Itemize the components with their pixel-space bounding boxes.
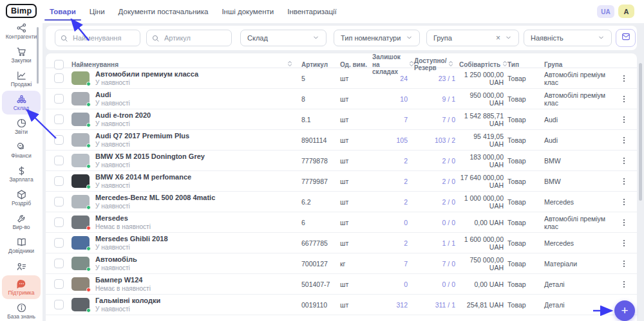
row-checkbox[interactable] bbox=[54, 94, 64, 104]
row-checkbox[interactable] bbox=[54, 217, 64, 227]
column-header-stock[interactable]: Залишок на складах bbox=[372, 53, 414, 76]
sidebar-item-retail[interactable]: Роздріб bbox=[2, 186, 41, 210]
stock-link[interactable]: 2 bbox=[372, 198, 414, 206]
row-menu-kebab-icon[interactable] bbox=[620, 259, 629, 268]
table-scrollbar[interactable] bbox=[639, 63, 642, 201]
available-link[interactable]: 9 / 1 bbox=[414, 95, 459, 103]
available-link[interactable]: 1 / 1 bbox=[414, 239, 459, 247]
row-checkbox[interactable] bbox=[54, 73, 64, 83]
row-menu-kebab-icon[interactable] bbox=[620, 280, 629, 289]
product-name[interactable]: Audi bbox=[95, 91, 130, 98]
language-badge[interactable]: UA bbox=[597, 5, 614, 18]
add-product-button[interactable]: + bbox=[614, 300, 635, 321]
row-checkbox[interactable] bbox=[54, 279, 64, 289]
row-checkbox[interactable] bbox=[54, 197, 64, 206]
tab-inventories[interactable]: Інвентаризації bbox=[286, 0, 338, 23]
app-logo[interactable]: Bimp bbox=[6, 4, 37, 18]
sidebar-item-production[interactable]: Вир-во bbox=[2, 210, 41, 234]
row-menu-kebab-icon[interactable] bbox=[620, 136, 629, 145]
product-name[interactable]: Mersedes Ghibli 2018 bbox=[95, 235, 168, 243]
nomenclature-type-select[interactable]: Тип номенклатури bbox=[334, 30, 420, 46]
tab-prices[interactable]: Ціни bbox=[88, 0, 106, 23]
sort-icon[interactable] bbox=[448, 60, 453, 69]
sidebar-item-support[interactable]: Підтримка bbox=[2, 275, 41, 299]
row-menu-kebab-icon[interactable] bbox=[620, 197, 629, 206]
row-checkbox[interactable] bbox=[54, 135, 64, 145]
available-link[interactable]: 311 / 1 bbox=[414, 301, 459, 309]
stock-link[interactable]: 0 bbox=[372, 280, 414, 288]
tab-supplier-documents[interactable]: Документи постачальника bbox=[117, 0, 210, 23]
row-menu-kebab-icon[interactable] bbox=[620, 177, 629, 186]
row-checkbox[interactable] bbox=[54, 156, 64, 165]
product-name[interactable]: BMW X6 2014 M perfomance bbox=[95, 173, 191, 181]
sidebar-item-warehouse[interactable]: Склад bbox=[2, 91, 41, 115]
product-name[interactable]: Гальмівні колодки bbox=[95, 297, 160, 304]
sidebar-item-sales[interactable]: Продажі bbox=[2, 67, 41, 91]
available-link[interactable]: 0 / 0 bbox=[414, 219, 459, 226]
archive-button[interactable] bbox=[616, 29, 636, 47]
column-header-name[interactable]: Найменування bbox=[71, 60, 301, 69]
row-checkbox[interactable] bbox=[54, 259, 64, 268]
stock-link[interactable]: 10 bbox=[372, 95, 414, 103]
product-name[interactable]: Автомобіль bbox=[95, 255, 137, 263]
stock-link[interactable]: 2 bbox=[372, 157, 414, 165]
product-name[interactable]: Бампер W124 bbox=[95, 276, 151, 284]
avatar[interactable]: A bbox=[618, 5, 634, 18]
available-link[interactable]: 23 / 1 bbox=[414, 75, 459, 82]
column-header-available[interactable]: Доступно/Резерв bbox=[414, 57, 459, 72]
availability-select[interactable]: Наявність bbox=[524, 30, 612, 46]
group-select[interactable]: Група × bbox=[426, 30, 519, 46]
stock-link[interactable]: 312 bbox=[372, 301, 414, 309]
sidebar-scrollbar[interactable] bbox=[37, 27, 39, 84]
sidebar-item-knowledge[interactable]: База знань bbox=[2, 299, 41, 321]
product-name[interactable]: Mercedes-Benz ML 500 2008 4matic bbox=[95, 194, 215, 201]
product-name[interactable]: Автомобили премиум класса bbox=[95, 70, 198, 78]
row-menu-kebab-icon[interactable] bbox=[620, 74, 629, 83]
available-link[interactable]: 2 / 0 bbox=[414, 198, 459, 206]
sku-search-input[interactable] bbox=[146, 30, 232, 46]
available-link[interactable]: 7 / 0 bbox=[414, 116, 459, 124]
sidebar-item-directories[interactable]: Довідники bbox=[2, 234, 41, 257]
stock-link[interactable]: 7 bbox=[372, 116, 414, 124]
select-all-checkbox[interactable] bbox=[54, 60, 64, 69]
row-menu-kebab-icon[interactable] bbox=[620, 218, 629, 227]
available-link[interactable]: 0 / 0 bbox=[414, 280, 459, 288]
product-name[interactable]: Mersedes bbox=[95, 214, 151, 222]
sidebar-item-salary[interactable]: Зарплата bbox=[2, 162, 41, 186]
available-link[interactable]: 2 / 0 bbox=[414, 157, 459, 165]
row-checkbox[interactable] bbox=[54, 176, 64, 186]
row-menu-kebab-icon[interactable] bbox=[620, 239, 629, 248]
tab-goods[interactable]: Товари bbox=[48, 0, 77, 23]
sidebar-item-tasks[interactable] bbox=[2, 257, 41, 275]
row-menu-kebab-icon[interactable] bbox=[620, 156, 629, 165]
row-checkbox[interactable] bbox=[54, 115, 64, 124]
sort-icon[interactable] bbox=[502, 60, 507, 69]
row-menu-kebab-icon[interactable] bbox=[620, 115, 629, 124]
stock-link[interactable]: 0 bbox=[372, 219, 414, 226]
name-search-input[interactable] bbox=[55, 30, 140, 46]
sidebar-item-contractors[interactable]: Контрагенти bbox=[2, 19, 41, 43]
stock-link[interactable]: 2 bbox=[372, 239, 414, 247]
stock-link[interactable]: 105 bbox=[372, 136, 414, 144]
row-menu-kebab-icon[interactable] bbox=[620, 95, 629, 104]
sort-icon[interactable] bbox=[287, 60, 292, 69]
sidebar-item-purchases[interactable]: Закупки bbox=[2, 43, 41, 67]
product-name[interactable]: BMW X5 M 2015 Donington Grey bbox=[95, 152, 205, 160]
stock-link[interactable]: 7 bbox=[372, 260, 414, 268]
clear-icon[interactable]: × bbox=[496, 33, 500, 42]
product-name[interactable]: Audi e-tron 2020 bbox=[95, 111, 151, 119]
tab-other-documents[interactable]: Інші документи bbox=[220, 0, 275, 23]
column-header-cost[interactable]: Собівартість bbox=[459, 60, 507, 69]
sort-icon[interactable] bbox=[409, 60, 414, 69]
stock-link[interactable]: 24 bbox=[372, 75, 414, 82]
warehouse-select[interactable]: Склад bbox=[240, 30, 327, 46]
available-link[interactable]: 2 / 0 bbox=[414, 178, 459, 185]
stock-link[interactable]: 2 bbox=[372, 178, 414, 185]
available-link[interactable]: 7 / 0 bbox=[414, 260, 459, 268]
product-name[interactable]: Audi Q7 2017 Premium Plus bbox=[95, 132, 189, 140]
sidebar-item-reports[interactable]: Звіти bbox=[2, 115, 41, 138]
sidebar-item-finance[interactable]: Фінанси bbox=[2, 138, 41, 162]
available-link[interactable]: 103 / 2 bbox=[414, 136, 459, 144]
row-checkbox[interactable] bbox=[54, 300, 64, 309]
row-checkbox[interactable] bbox=[54, 238, 64, 248]
